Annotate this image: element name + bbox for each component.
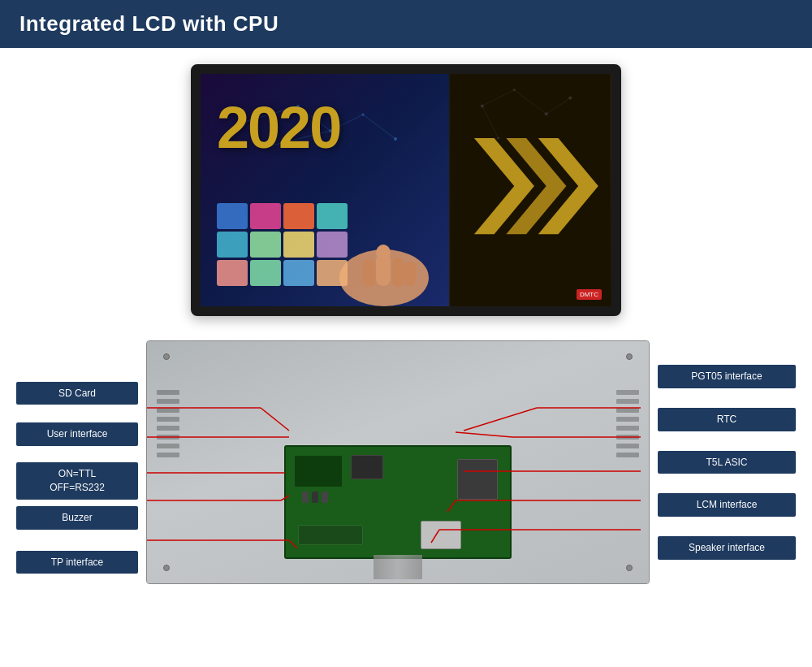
svg-rect-15: [404, 262, 416, 286]
label-on-ttl: ON=TTL OFF=RS232: [16, 462, 138, 500]
label-rtc: RTC: [658, 408, 796, 431]
chevron-decoration: [449, 74, 611, 306]
label-user-interface: User interface: [16, 422, 138, 446]
page-header: Integrated LCD with CPU: [0, 0, 812, 48]
label-buzzer: Buzzer: [16, 506, 138, 530]
lcd-display-image: 2020: [191, 64, 621, 316]
main-content: 2020: [0, 48, 812, 592]
page-title: Integrated LCD with CPU: [19, 11, 279, 36]
ribbon-cable: [374, 555, 422, 579]
screw-tl: [163, 353, 170, 360]
vents-left: [157, 390, 179, 457]
svg-rect-14: [363, 259, 375, 287]
brand-badge: DMTC: [577, 289, 602, 300]
screw-bl: [163, 565, 170, 571]
svg-point-16: [376, 245, 391, 261]
label-sd-card: SD Card: [16, 382, 138, 405]
screw-tr: [626, 353, 633, 360]
lcd-screen: 2020: [201, 74, 611, 306]
vents-right: [616, 390, 639, 457]
labels-right: PGT05 interface RTC T5L ASIC LCM interfa…: [658, 365, 796, 560]
label-t5l-asic: T5L ASIC: [658, 451, 796, 474]
label-lcm-interface: LCM interface: [658, 493, 796, 517]
year-display: 2020: [217, 94, 340, 161]
back-panel-image: [146, 340, 650, 584]
label-tp-interface: TP interface: [16, 551, 138, 574]
label-speaker-interface: Speaker interface: [658, 536, 796, 560]
pcb-board: [284, 445, 512, 559]
svg-point-18: [481, 104, 484, 107]
screw-br: [626, 565, 633, 571]
svg-line-10: [363, 115, 395, 139]
svg-rect-13: [392, 258, 404, 287]
back-panel-section: SD Card User interface ON=TTL OFF=RS232 …: [16, 340, 796, 584]
label-pgt05-interface: PGT05 interface: [658, 365, 796, 388]
svg-point-22: [568, 97, 572, 100]
labels-left: SD Card User interface ON=TTL OFF=RS232 …: [16, 351, 138, 574]
